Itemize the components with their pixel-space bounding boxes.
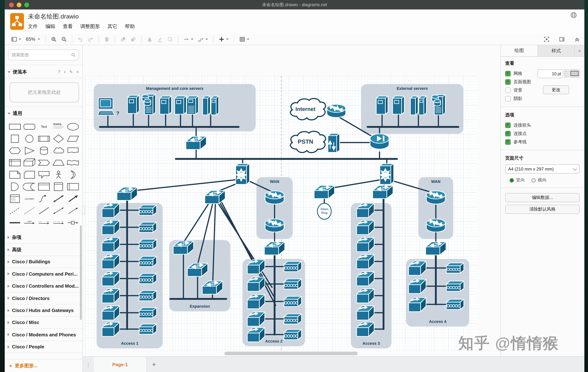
shape-ellipse[interactable] xyxy=(66,121,80,133)
diagram-node-l3switch[interactable] xyxy=(380,164,394,184)
shape-step[interactable] xyxy=(37,157,51,169)
menu-view[interactable]: 查看 xyxy=(63,23,73,30)
shape-rectangle[interactable] xyxy=(8,121,22,133)
diagram-node-coil[interactable] xyxy=(139,274,157,284)
shape-callout[interactable] xyxy=(37,169,51,181)
waypoints-icon[interactable] xyxy=(198,35,208,43)
shape-list-item[interactable]: List Item xyxy=(22,193,37,205)
shadow-checkbox[interactable] xyxy=(505,96,511,101)
shape-cloud[interactable] xyxy=(51,145,66,157)
shape-horizontal-container[interactable] xyxy=(66,181,80,193)
diagram-node-server[interactable] xyxy=(127,95,139,113)
diagram-node-coil[interactable] xyxy=(139,308,157,318)
diagram-node-coil[interactable] xyxy=(284,279,301,289)
diagram-node-router[interactable] xyxy=(426,191,445,204)
diagram-node-coil[interactable] xyxy=(446,299,464,309)
diagram-node-wswitch[interactable] xyxy=(373,186,393,198)
shape-rounded-rectangle[interactable] xyxy=(22,121,37,133)
shape-parallelogram[interactable] xyxy=(66,133,80,145)
shape-dashed-line[interactable] xyxy=(8,205,22,217)
diagram-node-coil[interactable] xyxy=(446,263,464,273)
shape-bidirectional-arrow[interactable] xyxy=(51,193,66,205)
canvas[interactable]: Management and core serversExternal serv… xyxy=(83,45,501,356)
fill-color-icon[interactable] xyxy=(147,35,153,43)
diagram-node-wswitch[interactable] xyxy=(426,242,446,255)
menu-file[interactable]: 文件 xyxy=(28,23,38,30)
tab-diagram[interactable]: 绘图 xyxy=(501,45,538,56)
to-back-icon[interactable] xyxy=(130,35,136,43)
zoom-level[interactable]: 65% xyxy=(26,35,40,43)
panel-close-icon[interactable]: × xyxy=(575,45,584,56)
shape-text[interactable]: Text xyxy=(37,121,51,133)
library-cisco-misc[interactable]: Cisco / Misc xyxy=(5,317,83,329)
diagram-node-router[interactable] xyxy=(265,191,284,204)
diagram-node-coil[interactable] xyxy=(139,222,157,232)
line-color-icon[interactable] xyxy=(157,35,163,43)
close-window-button[interactable] xyxy=(9,2,14,7)
grid-size-input[interactable] xyxy=(537,69,563,78)
background-checkbox[interactable] xyxy=(505,88,511,93)
shape-search-input[interactable] xyxy=(8,52,71,58)
diagram-node-coil[interactable] xyxy=(139,291,157,301)
page-tab[interactable]: Page-1 xyxy=(94,357,147,372)
diagram-edge[interactable] xyxy=(184,202,210,241)
diagram-node-wswitch[interactable] xyxy=(186,136,206,149)
scratchpad-section[interactable]: 便笺本 ? + ✎ × xyxy=(5,68,83,76)
scratchpad-close-icon[interactable]: × xyxy=(76,69,79,75)
shape-label-arrow[interactable]: Label xyxy=(22,217,37,229)
grid-size-stepper[interactable]: ▲▼ xyxy=(564,69,568,77)
diagram-node-server[interactable] xyxy=(393,96,404,114)
add-page-button[interactable]: + xyxy=(147,361,161,368)
grid-checkbox[interactable] xyxy=(505,71,511,76)
library-cisco-modems-and-phones[interactable]: Cisco / Modems and Phones xyxy=(5,329,83,341)
diagram-node-coil[interactable] xyxy=(139,256,157,267)
language-globe-icon[interactable] xyxy=(570,12,577,19)
shape-triangle[interactable] xyxy=(22,145,37,157)
shape-link[interactable] xyxy=(37,217,51,229)
sidebar-splitter-handle[interactable] xyxy=(82,206,85,215)
library-cisco-buildings[interactable]: Cisco / Buildings xyxy=(5,256,83,268)
shape-heading[interactable]: Heading xyxy=(51,121,66,133)
diagram-node-router[interactable] xyxy=(265,219,284,232)
diagram-node-server[interactable] xyxy=(175,96,186,114)
connection-arrows-checkbox[interactable] xyxy=(505,122,511,128)
zoom-window-button[interactable] xyxy=(24,2,29,7)
zoom-in-icon[interactable] xyxy=(51,35,57,43)
diagram-node-wswitch[interactable] xyxy=(264,242,285,255)
shape-square[interactable] xyxy=(8,133,22,145)
diagram-node-coil[interactable] xyxy=(284,329,301,340)
tab-style[interactable]: 样式 xyxy=(538,45,575,56)
diagram-node-l3switch[interactable] xyxy=(236,164,250,184)
connection-points-checkbox[interactable] xyxy=(505,131,511,136)
change-background-button[interactable]: 更改 xyxy=(543,86,569,94)
edit-data-button[interactable]: 编辑数据... xyxy=(505,193,580,202)
shape-hexagon[interactable] xyxy=(8,145,22,157)
diagram-node-server_slots[interactable] xyxy=(187,96,198,114)
shape-document[interactable] xyxy=(66,145,80,157)
diagram-node-router[interactable] xyxy=(426,219,445,232)
library-cisco-hubs-and-gateways[interactable]: Cisco / Hubs and Gateways xyxy=(5,305,83,317)
view-toggle-icon[interactable] xyxy=(11,35,21,43)
shape-and[interactable] xyxy=(8,181,22,193)
shape-cylinder[interactable] xyxy=(37,145,51,157)
general-section[interactable]: 通用 xyxy=(5,109,83,118)
collapse-expand-icon[interactable] xyxy=(574,35,580,43)
library-cisco-directors[interactable]: Cisco / Directors xyxy=(5,292,83,305)
diagram-node-coil[interactable] xyxy=(139,239,157,250)
diagram-node-token[interactable]: TokenRing xyxy=(317,203,331,219)
to-front-icon[interactable] xyxy=(120,35,126,43)
shape-internal-storage[interactable] xyxy=(8,157,22,169)
zoom-out-icon[interactable] xyxy=(61,35,67,43)
redo-icon[interactable] xyxy=(87,35,93,43)
minimize-window-button[interactable] xyxy=(17,2,21,7)
shape-circle[interactable] xyxy=(22,133,37,145)
diagram-node-coil[interactable] xyxy=(446,281,464,291)
portrait-radio[interactable]: 竖向 xyxy=(510,177,525,183)
menu-edit[interactable]: 编辑 xyxy=(45,23,55,30)
scratchpad-edit-icon[interactable]: ✎ xyxy=(69,69,73,75)
shape-trapezoid[interactable] xyxy=(51,157,66,169)
shape-cube[interactable] xyxy=(22,157,37,169)
diagram-node-router[interactable] xyxy=(327,104,346,118)
delete-icon[interactable] xyxy=(104,35,110,43)
scratchpad-add-icon[interactable]: + xyxy=(63,69,66,75)
